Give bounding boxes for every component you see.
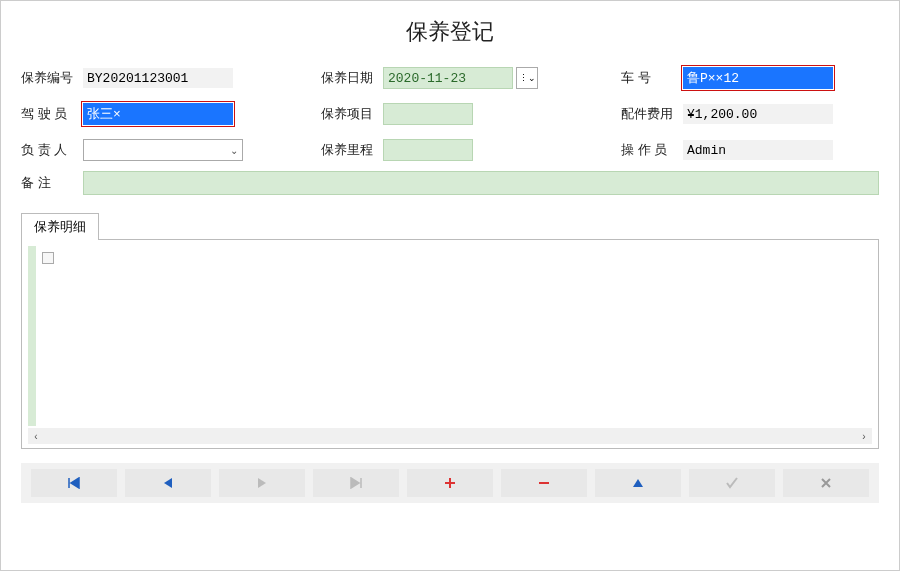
- date-picker-button[interactable]: ⋮⌄: [516, 67, 538, 89]
- label-owner: 负 责 人: [21, 141, 79, 159]
- field-maint-date: 保养日期 2020-11-23 ⋮⌄: [321, 67, 601, 89]
- maintenance-register-window: 保养登记 保养编号 BY20201123001 保养日期 2020-11-23 …: [0, 0, 900, 571]
- minus-icon: [538, 477, 550, 489]
- label-maint-date: 保养日期: [321, 69, 379, 87]
- input-remark[interactable]: [83, 171, 879, 195]
- form-grid: 保养编号 BY20201123001 保养日期 2020-11-23 ⋮⌄ 车 …: [21, 67, 879, 161]
- label-driver: 驾 驶 员: [21, 105, 79, 123]
- field-item: 保养项目: [321, 103, 601, 125]
- field-owner: 负 责 人 ⌄: [21, 139, 301, 161]
- scroll-left-icon[interactable]: ‹: [28, 428, 44, 444]
- nav-up-button[interactable]: [595, 469, 681, 497]
- check-icon: [725, 477, 739, 489]
- nav-add-button[interactable]: [407, 469, 493, 497]
- page-title: 保养登记: [21, 17, 879, 47]
- value-operator: Admin: [683, 140, 833, 160]
- label-operator: 操 作 员: [621, 141, 679, 159]
- field-driver: 驾 驶 员 张三×: [21, 103, 301, 125]
- field-operator: 操 作 员 Admin: [621, 139, 900, 161]
- detail-panel: ‹ ›: [21, 239, 879, 449]
- nav-cancel-button[interactable]: [783, 469, 869, 497]
- first-icon: [67, 477, 81, 489]
- chevron-down-icon: ⌄: [230, 145, 238, 156]
- label-item: 保养项目: [321, 105, 379, 123]
- plus-icon: [444, 477, 456, 489]
- field-mileage: 保养里程: [321, 139, 601, 161]
- label-vehicle-no: 车 号: [621, 69, 679, 87]
- nav-first-button[interactable]: [31, 469, 117, 497]
- cross-icon: [820, 477, 832, 489]
- scroll-track[interactable]: [44, 428, 856, 444]
- label-parts-fee: 配件费用: [621, 105, 679, 123]
- up-icon: [632, 477, 644, 489]
- field-maint-no: 保养编号 BY20201123001: [21, 67, 301, 89]
- horizontal-scrollbar[interactable]: ‹ ›: [28, 428, 872, 444]
- label-mileage: 保养里程: [321, 141, 379, 159]
- nav-next-button[interactable]: [219, 469, 305, 497]
- dropdown-owner[interactable]: ⌄: [83, 139, 243, 161]
- field-vehicle-no: 车 号 鲁P××12: [621, 67, 900, 89]
- detail-grid[interactable]: [28, 246, 872, 426]
- record-navigator: [21, 463, 879, 503]
- prev-icon: [162, 477, 174, 489]
- nav-ok-button[interactable]: [689, 469, 775, 497]
- field-parts-fee: 配件费用 ¥1,200.00: [621, 103, 900, 125]
- scroll-right-icon[interactable]: ›: [856, 428, 872, 444]
- nav-last-button[interactable]: [313, 469, 399, 497]
- last-icon: [349, 477, 363, 489]
- input-driver[interactable]: 张三×: [83, 103, 233, 125]
- grid-row-selector[interactable]: [42, 252, 54, 264]
- value-maint-no: BY20201123001: [83, 68, 233, 88]
- tab-detail[interactable]: 保养明细: [21, 213, 99, 240]
- input-vehicle-no[interactable]: 鲁P××12: [683, 67, 833, 89]
- detail-section: 保养明细 ‹ ›: [21, 213, 879, 449]
- value-parts-fee: ¥1,200.00: [683, 104, 833, 124]
- label-remark: 备 注: [21, 174, 79, 192]
- nav-remove-button[interactable]: [501, 469, 587, 497]
- input-maint-date[interactable]: 2020-11-23: [383, 67, 513, 89]
- input-mileage[interactable]: [383, 139, 473, 161]
- next-icon: [256, 477, 268, 489]
- input-item[interactable]: [383, 103, 473, 125]
- date-picker-icon: ⋮⌄: [519, 73, 536, 83]
- label-maint-no: 保养编号: [21, 69, 79, 87]
- nav-prev-button[interactable]: [125, 469, 211, 497]
- field-remark: 备 注: [21, 171, 879, 195]
